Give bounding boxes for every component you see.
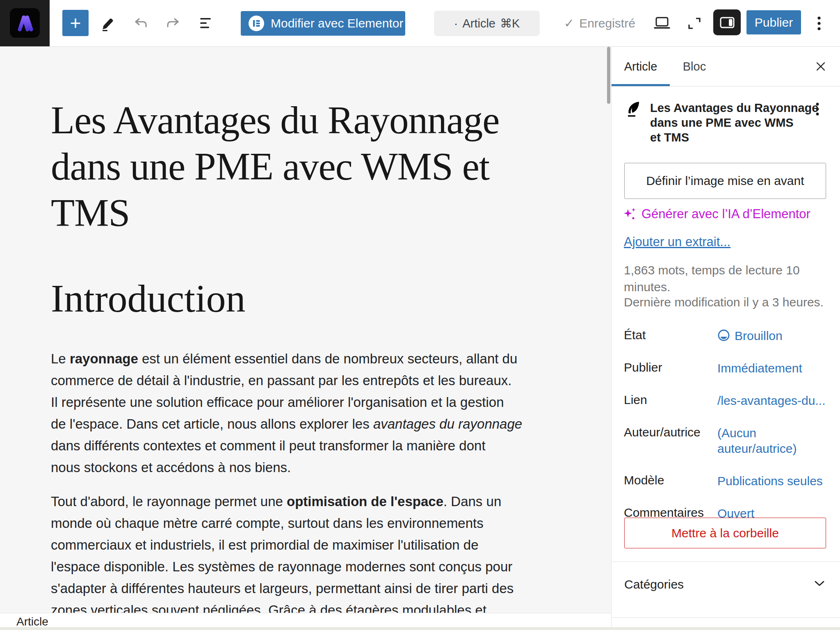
saved-status[interactable]: ✓ Enregistré bbox=[564, 16, 635, 30]
last-modified-text: Dernière modification il y a 3 heures. bbox=[624, 295, 824, 309]
settings-sidebar: Article Bloc Les Avantages du Rayonnaged… bbox=[611, 47, 840, 630]
redo-icon[interactable] bbox=[167, 17, 181, 33]
saved-status-label: Enregistré bbox=[579, 16, 635, 30]
meta-row: Publier Immédiatement bbox=[624, 361, 827, 376]
sidebar-panel-icon bbox=[720, 17, 735, 28]
content-scrollbar[interactable] bbox=[607, 47, 610, 104]
preview-icon[interactable] bbox=[654, 16, 669, 32]
meta-row: Lien /les-avantages-du... bbox=[624, 393, 827, 409]
settings-sidebar-toggle[interactable] bbox=[713, 9, 741, 35]
meta-row-value[interactable]: Publications seules bbox=[717, 473, 827, 489]
options-menu-icon[interactable] bbox=[817, 16, 832, 31]
chevron-down-icon[interactable] bbox=[814, 580, 825, 587]
categories-panel-toggle[interactable]: Catégories bbox=[624, 578, 684, 591]
post-card-menu-icon[interactable] bbox=[815, 102, 819, 118]
add-block-button[interactable]: + bbox=[62, 10, 89, 36]
site-logo bbox=[10, 8, 40, 38]
panel-divider-2 bbox=[612, 617, 840, 618]
unsaved-dot: · bbox=[454, 17, 458, 30]
meta-row-label: Modèle bbox=[624, 473, 717, 489]
command-palette-label: Article bbox=[462, 17, 495, 30]
undo-icon[interactable] bbox=[134, 17, 149, 33]
meta-row: Auteur/autrice (Aucun auteur/autrice) bbox=[624, 425, 827, 457]
meta-row-label: Lien bbox=[624, 393, 717, 409]
editor-canvas: Les Avantages du Rayonnagedans une PME a… bbox=[0, 47, 611, 613]
breadcrumb[interactable]: Article bbox=[16, 615, 48, 628]
tab-article[interactable]: Article bbox=[612, 47, 670, 86]
meta-row: Modèle Publications seules bbox=[624, 473, 827, 489]
meta-row-value[interactable]: Brouillon bbox=[717, 328, 827, 344]
meta-row-label: État bbox=[624, 328, 717, 344]
set-featured-image-button[interactable]: Définir l’image mise en avant bbox=[624, 163, 826, 199]
tab-bloc[interactable]: Bloc bbox=[670, 47, 719, 86]
meta-row: État Brouillon bbox=[624, 328, 827, 344]
panel-divider bbox=[612, 562, 840, 562]
edit-tool-icon[interactable] bbox=[100, 16, 115, 31]
publish-button[interactable]: Publier bbox=[746, 10, 801, 34]
word-count-text: 1,863 mots, temps de lecture 10 minutes. bbox=[624, 262, 817, 295]
sparkles-icon bbox=[623, 207, 637, 221]
draft-status-icon bbox=[717, 329, 730, 342]
elementor-logo-icon bbox=[248, 15, 265, 32]
elementor-ai-link[interactable]: Générer avec l’IA d’Elementor bbox=[623, 207, 810, 221]
move-to-trash-button[interactable]: Mettre à la corbeille bbox=[624, 518, 826, 548]
add-excerpt-link[interactable]: Ajouter un extrait... bbox=[624, 235, 730, 249]
site-logo-block[interactable] bbox=[0, 0, 50, 46]
post-meta-rows: État Brouillon Publier bbox=[624, 328, 827, 538]
elementor-ai-link-label: Générer avec l’IA d’Elementor bbox=[641, 207, 810, 221]
window-bottom-edge bbox=[0, 627, 840, 630]
sidebar-tabs: Article Bloc bbox=[612, 47, 840, 87]
paragraph-1[interactable]: Le rayonnage est un élément essentiel da… bbox=[51, 348, 522, 478]
post-title[interactable]: Les Avantages du Rayonnagedans une PME a… bbox=[51, 97, 499, 236]
site-logo-mark bbox=[13, 11, 37, 34]
meta-row-label: Auteur/autrice bbox=[624, 425, 717, 457]
meta-row-value[interactable]: Immédiatement bbox=[717, 361, 827, 376]
command-palette-button[interactable]: · Article ⌘K bbox=[434, 11, 540, 36]
list-view-icon[interactable] bbox=[199, 17, 214, 33]
top-toolbar: + bbox=[0, 0, 840, 47]
post-quill-icon bbox=[626, 101, 640, 117]
section-heading[interactable]: Introduction bbox=[51, 276, 246, 321]
command-palette-shortcut: ⌘K bbox=[500, 16, 520, 30]
edit-with-elementor-button[interactable]: Modifier avec Elementor bbox=[241, 11, 405, 36]
meta-row-value[interactable]: (Aucun auteur/autrice) bbox=[717, 425, 827, 457]
paragraph-2[interactable]: Tout d'abord, le rayonnage permet une op… bbox=[51, 491, 514, 621]
check-icon: ✓ bbox=[564, 16, 574, 30]
close-icon[interactable] bbox=[816, 62, 826, 71]
meta-row-label: Publier bbox=[624, 361, 717, 376]
meta-row-value[interactable]: /les-avantages-du... bbox=[717, 393, 827, 409]
post-card-title[interactable]: Les Avantages du Rayonnagedans une PME a… bbox=[650, 100, 818, 145]
fullscreen-icon[interactable] bbox=[687, 17, 702, 32]
elementor-button-label: Modifier avec Elementor bbox=[271, 16, 403, 30]
